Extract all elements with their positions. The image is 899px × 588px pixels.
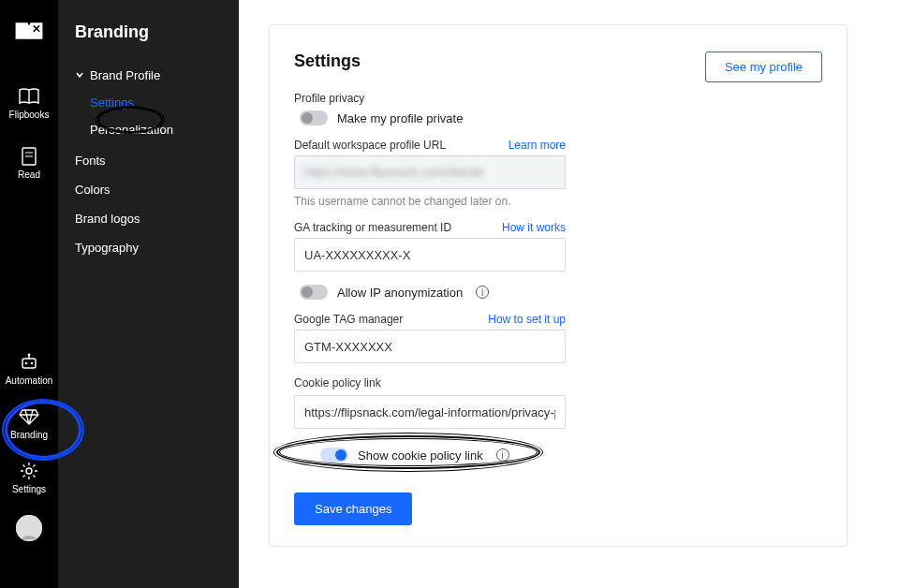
info-icon[interactable]: i bbox=[476, 286, 489, 299]
sidebar-item-fonts[interactable]: Fonts bbox=[75, 154, 222, 168]
rail-item-read[interactable]: Read bbox=[0, 146, 58, 180]
how-it-works-link[interactable]: How it works bbox=[502, 221, 566, 234]
rail-label: Automation bbox=[6, 375, 53, 386]
rail-label: Flipbooks bbox=[9, 110, 50, 120]
profile-privacy-toggle[interactable] bbox=[300, 110, 328, 125]
app-logo bbox=[14, 21, 44, 41]
svg-rect-3 bbox=[22, 359, 36, 368]
how-to-set-it-up-link[interactable]: How to set it up bbox=[488, 313, 566, 326]
sidebar-item-settings[interactable]: Settings bbox=[90, 96, 222, 110]
rail-item-settings[interactable]: Settings bbox=[0, 461, 58, 494]
save-changes-button[interactable]: Save changes bbox=[294, 492, 412, 525]
sidebar-item-brand-logos[interactable]: Brand logos bbox=[75, 212, 222, 226]
sidebar-item-colors[interactable]: Colors bbox=[75, 183, 222, 197]
see-my-profile-button[interactable]: See my profile bbox=[705, 51, 822, 82]
sidebar-item-typography[interactable]: Typography bbox=[75, 241, 222, 255]
show-cookie-policy-label: Show cookie policy link bbox=[358, 448, 483, 463]
ga-tracking-input[interactable] bbox=[294, 238, 566, 272]
rail-item-branding[interactable]: Branding bbox=[0, 406, 58, 440]
rail-label: Branding bbox=[10, 430, 48, 440]
main-content: Settings See my profile Profile privacy … bbox=[239, 0, 899, 588]
settings-panel: Settings See my profile Profile privacy … bbox=[269, 24, 847, 547]
workspace-url-hint: This username cannot be changed later on… bbox=[294, 195, 822, 208]
info-icon[interactable]: i bbox=[496, 448, 509, 462]
gtm-input[interactable] bbox=[294, 330, 566, 363]
cookie-policy-label: Cookie policy link bbox=[294, 376, 822, 390]
robot-icon bbox=[19, 352, 39, 373]
sidebar: Branding Brand Profile Settings Personal… bbox=[58, 0, 239, 588]
gear-icon bbox=[20, 461, 38, 481]
sidebar-title: Branding bbox=[75, 22, 222, 42]
group-label: Brand Profile bbox=[90, 68, 160, 82]
rail-label: Settings bbox=[12, 484, 46, 494]
show-cookie-policy-toggle[interactable] bbox=[320, 448, 348, 463]
avatar[interactable] bbox=[16, 515, 42, 541]
ip-anonymization-label: Allow IP anonymization bbox=[337, 286, 463, 300]
chevron-down-icon bbox=[75, 68, 84, 82]
profile-privacy-label: Profile privacy bbox=[294, 92, 822, 105]
diamond-icon bbox=[19, 406, 39, 427]
svg-point-8 bbox=[26, 468, 32, 474]
rail-label: Read bbox=[18, 169, 40, 180]
cookie-policy-input[interactable] bbox=[294, 395, 566, 429]
profile-privacy-toggle-label: Make my profile private bbox=[337, 111, 463, 125]
svg-point-7 bbox=[28, 354, 31, 357]
workspace-url-input: https://www.flipsnack.com/dianab bbox=[294, 155, 566, 189]
gtm-label: Google TAG manager bbox=[294, 313, 403, 326]
panel-title: Settings bbox=[294, 51, 361, 71]
ip-anonymization-toggle[interactable] bbox=[300, 285, 328, 300]
rail-item-flipbooks[interactable]: Flipbooks bbox=[0, 86, 58, 120]
svg-point-5 bbox=[31, 362, 34, 365]
sidebar-group-brand-profile[interactable]: Brand Profile bbox=[75, 68, 222, 82]
svg-point-4 bbox=[25, 362, 28, 365]
ga-tracking-label: GA tracking or measurement ID bbox=[294, 221, 451, 234]
svg-point-10 bbox=[25, 522, 34, 530]
sidebar-item-personalization[interactable]: Personalization bbox=[90, 123, 222, 137]
page-icon bbox=[21, 146, 37, 167]
workspace-url-label: Default workspace profile URL bbox=[294, 139, 446, 152]
learn-more-link[interactable]: Learn more bbox=[508, 139, 566, 152]
nav-rail: Flipbooks Read Automation Branding bbox=[0, 0, 58, 588]
rail-item-automation[interactable]: Automation bbox=[0, 352, 58, 386]
book-icon bbox=[18, 86, 40, 107]
